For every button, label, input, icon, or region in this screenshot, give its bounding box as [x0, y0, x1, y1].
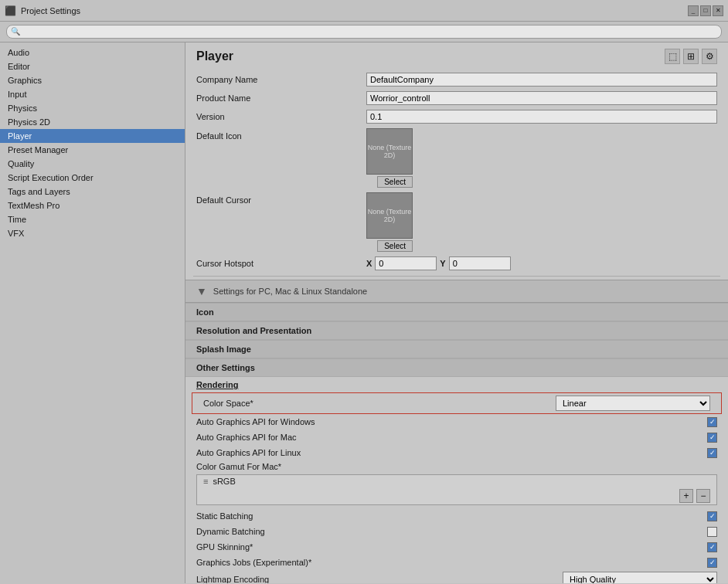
header-icon-btn-1[interactable]: ⬚	[665, 49, 680, 64]
gamut-item-srgb: ≡ sRGB	[197, 475, 716, 487]
auto-graphics-linux-checkbox[interactable]	[707, 448, 717, 458]
dynamic-batching-checkbox[interactable]	[707, 527, 717, 537]
sidebar-item-graphics[interactable]: Graphics	[0, 73, 185, 87]
sidebar-item-physics[interactable]: Physics	[0, 101, 185, 115]
search-input[interactable]	[6, 25, 722, 39]
auto-graphics-linux-row: Auto Graphics API for Linux	[185, 445, 728, 460]
auto-graphics-mac-checkbox[interactable]	[707, 433, 717, 443]
default-icon-texture: None (Texture 2D)	[366, 128, 413, 175]
color-space-row: Color Space* Gamma Linear	[192, 392, 722, 414]
resolution-section-label: Resolution and Presentation	[196, 326, 311, 335]
default-cursor-texture: None (Texture 2D)	[366, 192, 413, 239]
dynamic-batching-row: Dynamic Batching	[185, 524, 728, 539]
cursor-hotspot-label: Cursor Hotspot	[196, 259, 366, 268]
lightmap-encoding-row: Lightmap Encoding Low Quality Normal Qua…	[185, 570, 728, 583]
maximize-button[interactable]: □	[700, 5, 711, 16]
sidebar-item-input[interactable]: Input	[0, 87, 185, 101]
static-batching-checkbox[interactable]	[707, 511, 717, 521]
sidebar-item-textmesh[interactable]: TextMesh Pro	[0, 199, 185, 212]
auto-graphics-linux-label: Auto Graphics API for Linux	[196, 448, 707, 457]
rendering-text: Rendering	[196, 380, 238, 389]
icon-section-label: Icon	[196, 307, 214, 317]
static-batching-label: Static Batching	[196, 511, 707, 521]
lightmap-encoding-label: Lightmap Encoding	[196, 575, 563, 583]
other-settings-header[interactable]: Other Settings	[185, 358, 728, 377]
product-name-input[interactable]	[366, 91, 717, 105]
cursor-hotspot-coords: X Y	[366, 256, 511, 270]
page-title: Player	[196, 49, 233, 63]
resolution-section-header[interactable]: Resolution and Presentation	[185, 321, 728, 340]
cursor-hotspot-row: Cursor Hotspot X Y	[185, 254, 728, 273]
sidebar-item-editor[interactable]: Editor	[0, 59, 185, 73]
content-header: Player ⬚ ⊞ ⚙	[185, 42, 728, 70]
y-coord-input[interactable]	[449, 256, 511, 270]
unity-icon: ⬛	[5, 5, 16, 16]
gpu-skinning-row: GPU Skinning*	[185, 539, 728, 555]
minimize-button[interactable]: _	[688, 5, 699, 16]
title-bar-text: Project Settings	[21, 6, 80, 15]
title-bar: ⬛ Project Settings _ □ ✕	[0, 0, 728, 22]
cursor-texture-none-text: None (Texture 2D)	[367, 208, 412, 223]
sidebar-item-player[interactable]: Player	[0, 129, 185, 143]
product-name-row: Product Name	[185, 89, 728, 107]
company-name-label: Company Name	[196, 75, 366, 84]
close-button[interactable]: ✕	[713, 5, 723, 16]
gamut-srgb-label: sRGB	[213, 477, 235, 486]
default-cursor-row: Default Cursor None (Texture 2D) Select	[185, 190, 728, 254]
x-coord-input[interactable]	[375, 256, 437, 270]
sidebar-item-preset-manager[interactable]: Preset Manager	[0, 143, 185, 157]
default-icon-right: None (Texture 2D) Select	[366, 128, 413, 188]
platform-bar: ▼ Settings for PC, Mac & Linux Standalon…	[185, 280, 728, 303]
search-icon: 🔍	[11, 27, 20, 36]
sidebar-item-vfx[interactable]: VFX	[0, 226, 185, 240]
product-name-label: Product Name	[196, 93, 366, 103]
sidebar-item-script-execution[interactable]: Script Execution Order	[0, 171, 185, 185]
lightmap-encoding-select[interactable]: Low Quality Normal Quality High Quality	[563, 572, 717, 583]
company-name-input[interactable]	[366, 73, 717, 87]
header-icon-btn-3[interactable]: ⚙	[702, 49, 717, 64]
color-space-label: Color Space*	[203, 399, 556, 408]
gpu-skinning-label: GPU Skinning*	[196, 542, 707, 552]
sidebar-item-physics2d[interactable]: Physics 2D	[0, 115, 185, 129]
sidebar: Audio Editor Graphics Input Physics Phys…	[0, 42, 185, 583]
divider-1	[193, 276, 720, 277]
texture-none-text: None (Texture 2D)	[367, 144, 412, 159]
version-input[interactable]	[366, 110, 717, 124]
color-gamut-row: Color Gamut For Mac*	[185, 460, 728, 473]
y-coord-label: Y	[440, 259, 445, 268]
default-icon-select-btn[interactable]: Select	[377, 176, 413, 188]
header-icons: ⬚ ⊞ ⚙	[665, 49, 717, 64]
dynamic-batching-label: Dynamic Batching	[196, 527, 707, 536]
sidebar-item-time[interactable]: Time	[0, 212, 185, 226]
splash-image-section-header[interactable]: Splash Image	[185, 340, 728, 358]
icon-section-header[interactable]: Icon	[185, 303, 728, 321]
gpu-skinning-checkbox[interactable]	[707, 542, 717, 552]
x-coord-label: X	[366, 259, 372, 268]
content-area: Player ⬚ ⊞ ⚙ Company Name Product Name V…	[185, 42, 728, 583]
default-cursor-label: Default Cursor	[196, 192, 366, 252]
sidebar-item-quality[interactable]: Quality	[0, 157, 185, 171]
color-gamut-label: Color Gamut For Mac*	[196, 462, 717, 471]
graphics-jobs-label: Graphics Jobs (Experimental)*	[196, 558, 707, 567]
platform-down-arrow: ▼	[196, 285, 207, 297]
splash-image-label: Splash Image	[196, 345, 251, 354]
sidebar-item-audio[interactable]: Audio	[0, 46, 185, 59]
gamut-list: ≡ sRGB + −	[196, 474, 717, 505]
header-icon-btn-2[interactable]: ⊞	[683, 49, 699, 64]
sidebar-item-tags-layers[interactable]: Tags and Layers	[0, 185, 185, 199]
default-icon-row: Default Icon None (Texture 2D) Select	[185, 126, 728, 190]
gamut-remove-button[interactable]: −	[696, 489, 710, 503]
other-settings-label: Other Settings	[196, 363, 255, 372]
version-label: Version	[196, 112, 366, 121]
default-cursor-select-btn[interactable]: Select	[377, 240, 413, 252]
auto-graphics-windows-row: Auto Graphics API for Windows	[185, 414, 728, 430]
color-space-select[interactable]: Gamma Linear	[556, 396, 710, 411]
gamut-add-button[interactable]: +	[679, 489, 693, 503]
auto-graphics-windows-checkbox[interactable]	[707, 417, 717, 427]
default-icon-label: Default Icon	[196, 128, 366, 188]
graphics-jobs-checkbox[interactable]	[707, 558, 717, 568]
version-row: Version	[185, 107, 728, 126]
window-controls: _ □ ✕	[688, 5, 723, 16]
auto-graphics-mac-label: Auto Graphics API for Mac	[196, 433, 707, 442]
graphics-jobs-row: Graphics Jobs (Experimental)*	[185, 555, 728, 570]
